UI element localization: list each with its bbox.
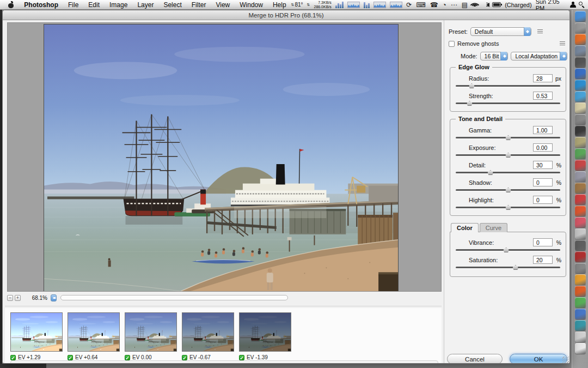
volume-icon[interactable] — [482, 2, 488, 8]
display-icon[interactable]: ▤ — [462, 2, 468, 8]
resize-grip-icon[interactable] — [562, 357, 569, 363]
wifi-icon[interactable] — [471, 2, 478, 8]
slider-thumb[interactable] — [467, 101, 473, 106]
keyboard-icon[interactable]: ⌨ — [416, 2, 425, 8]
temperature-widget[interactable]: ⇅81° — [291, 2, 303, 8]
slider-thumb[interactable] — [505, 153, 511, 158]
dock-app-icon[interactable] — [575, 171, 586, 182]
dock-app-icon[interactable] — [575, 206, 586, 216]
slider-value-field[interactable]: 28 — [533, 74, 553, 82]
dock-app-icon[interactable] — [575, 331, 586, 342]
dock-app-icon[interactable] — [575, 68, 586, 79]
menu-view[interactable]: View — [211, 1, 235, 9]
slider-value-field[interactable]: 30 — [533, 161, 553, 169]
battery-icon[interactable] — [492, 2, 501, 7]
slider-thumb[interactable] — [469, 83, 475, 88]
menu-filter[interactable]: Filter — [187, 1, 211, 9]
hdr-preview-image[interactable] — [44, 24, 399, 292]
dock-app-icon[interactable] — [575, 148, 586, 159]
dock-app-icon[interactable] — [575, 194, 586, 205]
checkbox-checked-icon[interactable]: ✓ — [125, 355, 130, 360]
slider-thumb[interactable] — [512, 265, 518, 270]
dock-app-icon[interactable] — [575, 183, 586, 194]
slider-control[interactable] — [456, 204, 560, 210]
phone-icon[interactable]: ☎ — [430, 2, 438, 8]
menu-select[interactable]: Select — [158, 1, 186, 9]
preset-menu-icon[interactable] — [537, 29, 543, 34]
dock-app-icon[interactable] — [575, 80, 586, 91]
activity-graph-icon[interactable] — [347, 2, 360, 8]
slider-control[interactable] — [456, 170, 560, 176]
slider-value-field[interactable]: 1.00 — [533, 126, 553, 134]
slider-control[interactable] — [456, 152, 560, 158]
tab-color[interactable]: Color — [451, 223, 479, 232]
recent-items-icon[interactable]: ◔ — [443, 2, 446, 8]
menu-file[interactable]: File — [63, 1, 83, 9]
checkbox-checked-icon[interactable]: ✓ — [182, 355, 187, 360]
dock-app-icon[interactable] — [575, 114, 586, 125]
menu-help[interactable]: Help — [268, 1, 291, 9]
slider-value-field[interactable]: 0 — [533, 196, 553, 204]
hdr-method-dropdown[interactable]: Local Adaptation — [511, 52, 567, 61]
bit-depth-dropdown[interactable]: 16 Bit — [480, 52, 509, 61]
user-icon[interactable] — [570, 2, 575, 8]
dock-app-icon[interactable] — [575, 102, 586, 113]
cancel-button[interactable]: Cancel — [447, 354, 503, 364]
source-thumbnail[interactable] — [68, 312, 120, 352]
menu-window[interactable]: Window — [235, 1, 268, 9]
dock-app-icon[interactable] — [575, 11, 586, 22]
dock-app-icon[interactable] — [575, 160, 586, 171]
dock-app-icon[interactable] — [575, 274, 586, 285]
spotlight-search-icon[interactable] — [579, 2, 585, 8]
slider-control[interactable] — [456, 100, 560, 106]
checkbox-checked-icon[interactable]: ✓ — [10, 355, 16, 360]
menu-image[interactable]: Image — [105, 1, 132, 9]
slider-control[interactable] — [456, 187, 560, 193]
dock-app-icon[interactable] — [575, 240, 586, 251]
slider-control[interactable] — [456, 247, 560, 253]
slider-control[interactable] — [456, 264, 560, 270]
slider-value-field[interactable]: 0.53 — [533, 92, 553, 100]
dock-app-icon[interactable] — [575, 217, 586, 228]
slider-thumb[interactable] — [505, 205, 511, 210]
checkbox-checked-icon[interactable]: ✓ — [68, 355, 73, 360]
zoom-in-button[interactable]: + — [15, 295, 21, 301]
dialog-title-bar[interactable]: Merge to HDR Pro (68.1%) — [3, 10, 569, 20]
slider-thumb[interactable] — [503, 248, 509, 252]
dock-app-icon[interactable] — [575, 320, 586, 331]
source-thumbnail[interactable] — [239, 312, 291, 352]
dock-app-icon[interactable] — [575, 34, 586, 45]
dock-app-icon[interactable] — [575, 251, 586, 262]
dock-app-icon[interactable] — [575, 91, 586, 102]
apple-menu-icon[interactable] — [7, 1, 15, 9]
source-thumbnail[interactable] — [182, 312, 234, 352]
preview-horizontal-scrollbar[interactable] — [60, 295, 288, 300]
panel-menu-icon[interactable] — [560, 41, 565, 46]
dock-app-icon[interactable] — [575, 309, 586, 319]
tab-curve[interactable]: Curve — [480, 223, 507, 232]
dots-menu-icon[interactable]: ⋯ — [451, 2, 457, 8]
source-thumbnail[interactable] — [10, 312, 63, 352]
memory-meter-icon[interactable] — [364, 1, 370, 8]
zoom-level[interactable]: 68.1% — [29, 295, 47, 301]
dock-app-icon[interactable] — [575, 137, 586, 148]
source-thumbnail[interactable] — [125, 312, 177, 352]
menu-layer[interactable]: Layer — [132, 1, 158, 9]
dock-app-icon[interactable] — [575, 343, 586, 354]
dock-app-icon[interactable] — [575, 22, 586, 33]
dock-app-icon[interactable] — [575, 45, 586, 56]
slider-control[interactable] — [456, 135, 560, 141]
dock-app-icon[interactable] — [575, 297, 586, 308]
slider-value-field[interactable]: 0 — [533, 178, 553, 186]
network-graph-icon[interactable] — [373, 2, 386, 8]
dock-app-icon[interactable] — [575, 125, 586, 136]
cpu-meter-icon[interactable] — [335, 1, 344, 8]
preset-dropdown[interactable]: Default — [470, 27, 531, 36]
slider-value-field[interactable]: 0 — [533, 238, 553, 246]
menu-photoshop[interactable]: Photoshop — [19, 1, 63, 9]
ok-button[interactable]: OK — [510, 354, 567, 364]
disk-graph-icon[interactable] — [390, 2, 402, 8]
slider-value-field[interactable]: 20 — [533, 256, 553, 264]
network-speed-widget[interactable]: 7.3KB/s 286.0KB/s — [314, 1, 331, 9]
filmstrip-scrollbar[interactable] — [10, 360, 438, 364]
